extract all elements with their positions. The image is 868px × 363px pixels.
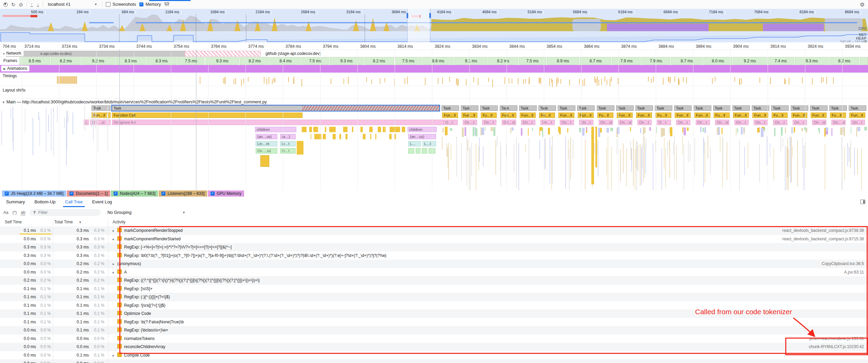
frame-cell[interactable]: 8.4 ms	[270, 57, 301, 65]
counter-gpu-memory[interactable]: GPU Memory	[208, 190, 244, 197]
flame-bar-l-[interactable]: L…	[408, 141, 421, 146]
source-location-link[interactable]: A.jsx:63:11	[844, 268, 864, 277]
flame-bar-ignore-list[interactable]: On…t	[754, 120, 768, 125]
flame-bar-ignore-list[interactable]: O…t	[443, 120, 458, 125]
checkbox-checked-icon[interactable]	[70, 191, 74, 196]
flame-bar-ignore-list[interactable]: On…t	[851, 120, 865, 125]
calltree-row[interactable]: 0.0 ms0.0 %0.0 ms0.0 %reconcileChildrenA…	[0, 343, 868, 351]
match-case-icon[interactable]: Aa	[3, 210, 8, 215]
frame-cell[interactable]: 7.5 ms	[395, 57, 422, 65]
flame-bar-task[interactable]: Task	[694, 105, 711, 111]
frame-cell[interactable]: 8.9 ms	[547, 57, 579, 65]
main-thread-header[interactable]: ▼Main — http://localhost:3000/github/cod…	[0, 99, 868, 105]
flame-bar-ignore-list[interactable]: O…t	[657, 120, 671, 125]
history-select[interactable]: localhost #1 ▼	[46, 1, 99, 7]
calltree-row[interactable]: 0.0 ms0.0 %0.1 ms0.1 %▸Compile Code	[0, 351, 868, 360]
flame-bar-function-call[interactable]: Fu…ll	[714, 113, 730, 118]
frame-cell[interactable]: 8.2 ms	[488, 57, 518, 65]
flame-bar-ignore-list[interactable]: On…t	[560, 120, 574, 125]
calltree-row[interactable]: 0.3 ms0.3 %0.3 ms0.3 %RegExp: [-+%=]=?|!…	[0, 243, 868, 251]
flame-bar-function-call[interactable]: Fu…ll	[597, 113, 613, 118]
column-divider[interactable]	[108, 218, 108, 363]
overview-selection-window[interactable]	[407, 9, 430, 42]
flame-bar-task[interactable]: Task	[577, 105, 595, 111]
flame-bar-o-t[interactable]: O…t	[280, 148, 296, 154]
column-divider[interactable]	[53, 218, 53, 363]
activity-cell[interactable]: ▸markComponentRenderStarted	[113, 235, 868, 244]
flame-bar-function-call[interactable]: Fu…ll	[539, 113, 555, 118]
source-location-link[interactable]: prism-react-renderer.js:135:31	[809, 335, 864, 343]
load-profile-icon[interactable]: ↑	[30, 2, 33, 7]
flame-bar-task[interactable]: Task	[112, 105, 439, 111]
network-request-bar[interactable]: e-api.codecov.dev)	[6, 51, 214, 57]
flame-bar-function-call[interactable]: Fu…ll	[830, 113, 846, 118]
frames-track-label[interactable]: Frames	[1, 58, 19, 63]
calltree-row[interactable]: 0.1 ms0.1 %0.1 ms0.1 %RegExp: [\s\S]+	[0, 285, 868, 293]
grouping-select[interactable]: No Grouping ▼	[107, 210, 185, 215]
counter-nodes[interactable]: Nodes[424 – 7 683]	[111, 190, 158, 197]
tab-summary[interactable]: Summary	[1, 197, 30, 207]
flame-bar-task[interactable]: Task	[461, 105, 478, 111]
col-self-time[interactable]: Self Time	[5, 220, 22, 224]
memory-checkbox[interactable]: Memory	[139, 2, 161, 7]
flame-bar-function-call[interactable]: Fu…ll	[655, 113, 671, 118]
flame-bar-task[interactable]: Task	[500, 105, 517, 111]
frame-cell[interactable]: 9.2 ms	[81, 57, 115, 65]
flame-bar-ignore-list[interactable]: On…t	[463, 120, 477, 125]
flame-bar-ignore-list[interactable]: On…t	[637, 120, 652, 125]
garbage-collect-icon[interactable]	[164, 2, 170, 7]
frame-cell[interactable]: 8.2 ms	[240, 57, 270, 65]
flame-bar-ignore-list[interactable]: On…t	[482, 120, 496, 125]
timings-track-label[interactable]: Timings	[3, 74, 17, 78]
flame-bar-task[interactable]: Task	[752, 105, 769, 111]
expand-arrow-icon[interactable]: ▸	[113, 268, 117, 277]
frame-cell[interactable]: 8.3 ms	[116, 57, 146, 65]
flame-bar-task[interactable]: Task	[597, 105, 614, 111]
animations-track-label[interactable]: ▶Animations	[1, 66, 29, 71]
flame-bar-function-call[interactable]: Fu…ll	[481, 113, 497, 118]
flame-bar-task[interactable]: Task	[791, 105, 808, 111]
checkbox-checked-icon[interactable]	[114, 191, 118, 196]
source-location-link[interactable]: CopyClipboard.tsx:36:5	[822, 260, 864, 268]
flame-bar-ignore-list[interactable]: On…t	[773, 120, 787, 125]
activity-cell[interactable]: RegExp: ((?:^|[^{])(?:\{\{)*)\{(?!\{)(?:…	[113, 276, 868, 285]
flame-bar-ignore-list[interactable]: On…t	[696, 120, 710, 125]
col-total-time[interactable]: Total Time	[54, 220, 73, 224]
flame-bar-ignore-list[interactable]: On…st	[618, 120, 632, 125]
frame-cell[interactable]: 8.6 ms	[422, 57, 454, 65]
expand-arrow-icon[interactable]: ▸	[113, 260, 117, 268]
frame-cell[interactable]: 7.9 ms	[612, 57, 641, 65]
frame-cell[interactable]: 8.7 ms	[671, 57, 703, 65]
clear-recording-icon[interactable]: ⊘	[19, 2, 23, 7]
frame-cell[interactable]: 7.5 ms	[177, 57, 204, 65]
timeline-overview[interactable]: 500 ms184 ms684 ms1184 ms1684 ms2184 ms2…	[0, 9, 868, 43]
frame-cell[interactable]: 7.4 ms	[767, 57, 794, 65]
flame-bar-ignore-list[interactable]: On…st	[831, 120, 846, 125]
match-whole-word-icon[interactable]: ab	[21, 210, 25, 215]
flame-bar-function-call[interactable]: Fun…ll	[578, 113, 594, 118]
calltree-row[interactable]: 0.1 ms0.1 %0.3 ms0.3 %▸markComponentRend…	[0, 226, 868, 235]
flame-bar-function-call[interactable]: Fun…ll	[636, 113, 652, 118]
gear-icon[interactable]: ⚙	[860, 1, 865, 8]
flame-bar-task[interactable]: Task	[655, 105, 672, 111]
activity-cell[interactable]: ▸(anonymous)	[113, 260, 868, 268]
flame-bar-function-call[interactable]: Fun…ll	[520, 113, 536, 118]
activity-cell[interactable]: ▸A	[113, 268, 868, 277]
record-icon[interactable]	[3, 2, 8, 7]
counter-documents[interactable]: Documents[1 – 1]	[67, 190, 110, 197]
calltree-row[interactable]: 0.0 ms0.0 %0.3 ms0.3 %▸markComponentRend…	[0, 235, 868, 243]
frame-cell[interactable]: 8.0 ms	[703, 57, 732, 65]
frame-cell[interactable]: 9.3 ms	[205, 57, 239, 65]
flame-bar--an-us-[interactable]: (an…us)	[256, 134, 277, 139]
save-profile-icon[interactable]: ↓	[37, 2, 40, 7]
frame-cell[interactable]	[860, 57, 868, 65]
calltree-row[interactable]: 0.0 ms0.0 %0.2 ms0.2 %▸AA.jsx:63:11	[0, 268, 868, 277]
flame-bar-function-call[interactable]: Function Call	[112, 113, 302, 118]
flame-bar-function-call[interactable]: Fun…ll	[500, 113, 516, 118]
flame-bar-ignore-list[interactable]: On…st	[502, 120, 516, 125]
activity-cell[interactable]: ▸Compile Code	[113, 351, 868, 360]
activity-cell[interactable]: RegExp: [-+%=]=?|!=|:=|\*\*?=?|\/\/?=?|<…	[113, 243, 868, 251]
flame-bar-ignore-list[interactable]: On…t	[676, 120, 690, 125]
calltree-row[interactable]: 0.0 ms0.0 %0.0 ms0.0 %	[0, 359, 868, 363]
calltree-row[interactable]: 0.1 ms0.1 %0.1 ms0.1 %RegExp: (:)[^:(){}…	[0, 293, 868, 301]
